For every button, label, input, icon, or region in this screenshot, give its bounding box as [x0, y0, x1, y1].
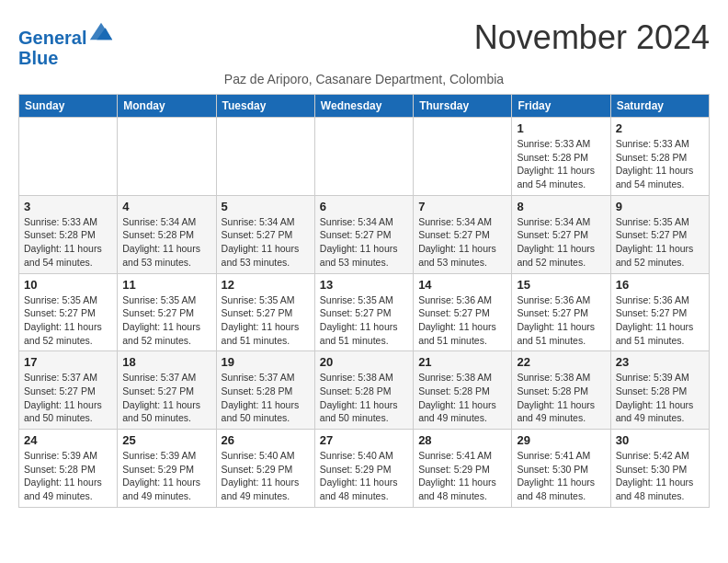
day-of-week-header: Monday — [118, 95, 216, 118]
calendar-week-row: 24Sunrise: 5:39 AM Sunset: 5:28 PM Dayli… — [19, 430, 710, 508]
day-info: Sunrise: 5:40 AM Sunset: 5:29 PM Dayligh… — [222, 449, 310, 503]
calendar-week-row: 17Sunrise: 5:37 AM Sunset: 5:27 PM Dayli… — [19, 351, 710, 430]
day-number: 22 — [517, 355, 605, 369]
calendar-cell: 27Sunrise: 5:40 AM Sunset: 5:29 PM Dayli… — [314, 430, 413, 508]
calendar-cell: 18Sunrise: 5:37 AM Sunset: 5:27 PM Dayli… — [118, 351, 216, 430]
calendar-cell — [414, 118, 512, 196]
day-info: Sunrise: 5:34 AM Sunset: 5:27 PM Dayligh… — [222, 215, 310, 270]
day-number: 19 — [222, 355, 310, 369]
month-title: November 2024 — [474, 18, 710, 57]
calendar-cell — [118, 118, 216, 196]
calendar-cell — [19, 118, 118, 196]
logo-text: General — [18, 18, 114, 48]
day-of-week-header: Sunday — [19, 95, 118, 118]
day-info: Sunrise: 5:35 AM Sunset: 5:27 PM Dayligh… — [122, 293, 210, 348]
day-info: Sunrise: 5:36 AM Sunset: 5:27 PM Dayligh… — [418, 293, 506, 348]
calendar-cell: 30Sunrise: 5:42 AM Sunset: 5:30 PM Dayli… — [610, 430, 709, 508]
calendar-cell: 26Sunrise: 5:40 AM Sunset: 5:29 PM Dayli… — [216, 430, 314, 508]
calendar-cell: 3Sunrise: 5:33 AM Sunset: 5:28 PM Daylig… — [19, 195, 118, 273]
calendar-cell: 24Sunrise: 5:39 AM Sunset: 5:28 PM Dayli… — [19, 430, 118, 508]
day-number: 30 — [616, 433, 704, 447]
day-number: 11 — [122, 278, 210, 292]
calendar-header-row: SundayMondayTuesdayWednesdayThursdayFrid… — [19, 95, 710, 118]
day-info: Sunrise: 5:33 AM Sunset: 5:28 PM Dayligh… — [24, 215, 112, 270]
calendar-cell: 13Sunrise: 5:35 AM Sunset: 5:27 PM Dayli… — [314, 273, 413, 351]
calendar-cell: 9Sunrise: 5:35 AM Sunset: 5:27 PM Daylig… — [610, 195, 709, 273]
calendar-cell: 29Sunrise: 5:41 AM Sunset: 5:30 PM Dayli… — [512, 430, 610, 508]
day-number: 18 — [122, 355, 210, 369]
calendar-cell: 28Sunrise: 5:41 AM Sunset: 5:29 PM Dayli… — [414, 430, 512, 508]
day-number: 21 — [418, 355, 506, 369]
calendar-cell: 22Sunrise: 5:38 AM Sunset: 5:28 PM Dayli… — [512, 351, 610, 430]
day-of-week-header: Friday — [512, 95, 610, 118]
day-info: Sunrise: 5:41 AM Sunset: 5:29 PM Dayligh… — [418, 449, 506, 503]
day-info: Sunrise: 5:35 AM Sunset: 5:27 PM Dayligh… — [222, 293, 310, 348]
day-number: 24 — [24, 433, 112, 447]
calendar-cell: 16Sunrise: 5:36 AM Sunset: 5:27 PM Dayli… — [610, 273, 709, 351]
calendar-cell: 6Sunrise: 5:34 AM Sunset: 5:27 PM Daylig… — [314, 195, 413, 273]
day-number: 2 — [616, 121, 704, 135]
day-number: 6 — [320, 200, 408, 213]
day-info: Sunrise: 5:41 AM Sunset: 5:30 PM Dayligh… — [517, 449, 605, 503]
day-info: Sunrise: 5:38 AM Sunset: 5:28 PM Dayligh… — [320, 371, 408, 425]
calendar-cell: 15Sunrise: 5:36 AM Sunset: 5:27 PM Dayli… — [512, 273, 610, 351]
day-number: 28 — [418, 433, 506, 447]
day-number: 14 — [418, 278, 506, 292]
day-info: Sunrise: 5:38 AM Sunset: 5:28 PM Dayligh… — [517, 371, 605, 425]
day-info: Sunrise: 5:40 AM Sunset: 5:29 PM Dayligh… — [320, 449, 408, 503]
logo: General Blue — [18, 18, 114, 68]
day-number: 7 — [418, 200, 506, 213]
day-of-week-header: Tuesday — [216, 95, 314, 118]
calendar-cell: 2Sunrise: 5:33 AM Sunset: 5:28 PM Daylig… — [610, 118, 709, 196]
day-number: 9 — [616, 200, 704, 213]
calendar-cell — [216, 118, 314, 196]
calendar-cell: 21Sunrise: 5:38 AM Sunset: 5:28 PM Dayli… — [414, 351, 512, 430]
logo-blue-text: Blue — [18, 48, 114, 68]
day-number: 27 — [320, 433, 408, 447]
page-header: General Blue November 2024 — [18, 18, 710, 68]
day-info: Sunrise: 5:38 AM Sunset: 5:28 PM Dayligh… — [418, 371, 506, 425]
day-number: 23 — [616, 355, 704, 369]
calendar-cell: 25Sunrise: 5:39 AM Sunset: 5:29 PM Dayli… — [118, 430, 216, 508]
day-info: Sunrise: 5:39 AM Sunset: 5:28 PM Dayligh… — [616, 371, 704, 425]
day-of-week-header: Saturday — [610, 95, 709, 118]
day-info: Sunrise: 5:35 AM Sunset: 5:27 PM Dayligh… — [320, 293, 408, 348]
day-info: Sunrise: 5:34 AM Sunset: 5:27 PM Dayligh… — [418, 215, 506, 270]
calendar-cell: 4Sunrise: 5:34 AM Sunset: 5:28 PM Daylig… — [118, 195, 216, 273]
day-number: 5 — [222, 200, 310, 213]
day-info: Sunrise: 5:34 AM Sunset: 5:28 PM Dayligh… — [122, 215, 210, 270]
day-number: 12 — [222, 278, 310, 292]
day-info: Sunrise: 5:39 AM Sunset: 5:29 PM Dayligh… — [122, 449, 210, 503]
day-number: 13 — [320, 278, 408, 292]
calendar-cell: 23Sunrise: 5:39 AM Sunset: 5:28 PM Dayli… — [610, 351, 709, 430]
calendar-cell: 19Sunrise: 5:37 AM Sunset: 5:28 PM Dayli… — [216, 351, 314, 430]
calendar-week-row: 3Sunrise: 5:33 AM Sunset: 5:28 PM Daylig… — [19, 195, 710, 273]
day-number: 17 — [24, 355, 112, 369]
day-number: 1 — [517, 121, 605, 135]
subtitle: Paz de Ariporo, Casanare Department, Col… — [18, 72, 710, 86]
day-info: Sunrise: 5:33 AM Sunset: 5:28 PM Dayligh… — [517, 137, 605, 191]
calendar-cell: 10Sunrise: 5:35 AM Sunset: 5:27 PM Dayli… — [19, 273, 118, 351]
day-number: 29 — [517, 433, 605, 447]
calendar-cell — [314, 118, 413, 196]
day-number: 3 — [24, 200, 112, 213]
day-info: Sunrise: 5:35 AM Sunset: 5:27 PM Dayligh… — [616, 215, 704, 270]
day-info: Sunrise: 5:37 AM Sunset: 5:28 PM Dayligh… — [222, 371, 310, 425]
day-of-week-header: Thursday — [414, 95, 512, 118]
day-number: 25 — [122, 433, 210, 447]
day-number: 16 — [616, 278, 704, 292]
day-number: 20 — [320, 355, 408, 369]
day-number: 4 — [122, 200, 210, 213]
calendar-cell: 14Sunrise: 5:36 AM Sunset: 5:27 PM Dayli… — [414, 273, 512, 351]
day-number: 8 — [517, 200, 605, 213]
day-info: Sunrise: 5:34 AM Sunset: 5:27 PM Dayligh… — [320, 215, 408, 270]
day-info: Sunrise: 5:34 AM Sunset: 5:27 PM Dayligh… — [517, 215, 605, 270]
day-info: Sunrise: 5:36 AM Sunset: 5:27 PM Dayligh… — [517, 293, 605, 348]
calendar-cell: 5Sunrise: 5:34 AM Sunset: 5:27 PM Daylig… — [216, 195, 314, 273]
day-info: Sunrise: 5:42 AM Sunset: 5:30 PM Dayligh… — [616, 449, 704, 503]
calendar-cell: 8Sunrise: 5:34 AM Sunset: 5:27 PM Daylig… — [512, 195, 610, 273]
day-number: 26 — [222, 433, 310, 447]
calendar-cell: 1Sunrise: 5:33 AM Sunset: 5:28 PM Daylig… — [512, 118, 610, 196]
calendar-week-row: 1Sunrise: 5:33 AM Sunset: 5:28 PM Daylig… — [19, 118, 710, 196]
calendar-week-row: 10Sunrise: 5:35 AM Sunset: 5:27 PM Dayli… — [19, 273, 710, 351]
